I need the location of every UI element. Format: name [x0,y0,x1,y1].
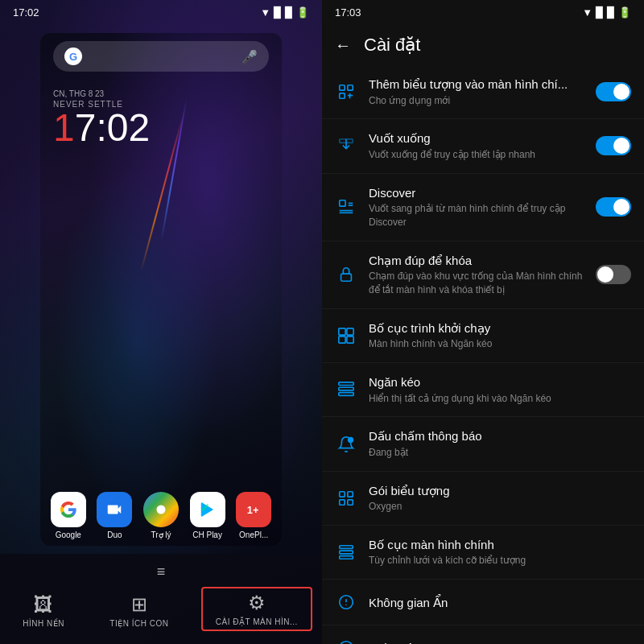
svg-rect-23 [348,492,353,497]
svg-rect-13 [341,274,352,281]
svg-point-0 [156,506,165,514]
preview-date: CN, THG 8 23 NEVER SETTLE 17:02 [40,80,282,157]
right-panel: 17:03 ▼ ▉ ▉ 🔋 ← Cài đặt Thêm biểu tượng … [322,0,644,644]
bo-cuc-man-hinh-text: Bố cục màn hình chính Tùy chỉnh lưới và … [369,537,631,568]
nav-item-cai-dat-man-hinh[interactable]: ⚙ CÀI ĐẶT MÀN HÌN... [201,587,312,631]
ngan-keo-title: Ngăn kéo [369,374,631,390]
discover-subtitle: Vuốt sang phải từ màn hình chính để truy… [369,202,584,229]
nav-item-tien-ich-con[interactable]: ⊞ TIỆN ÍCH CON [97,590,181,631]
dau-cham-title: Dấu chấm thông báo [369,428,631,444]
cai-dat-label: CÀI ĐẶT MÀN HÌN... [216,617,298,626]
time-rest: 7:02 [75,106,150,149]
svg-rect-3 [348,85,353,90]
them-bieu-tuong-title: Thêm biểu tượng vào màn hình chí... [369,76,584,93]
hinh-nen-label: HÌNH NỀN [23,619,64,628]
bo-cuc-trinh-title: Bố cục trình khởi chạy [369,320,631,336]
assistant-icon [143,492,179,527]
settings-item-discover[interactable]: Discover Vuốt sang phải từ màn hình chín… [322,174,644,242]
grid-layout-icon [335,541,357,564]
bo-cuc-man-hinh-title: Bố cục màn hình chính [369,537,631,553]
vuot-xuong-toggle[interactable] [596,136,631,155]
drawer-icon [335,378,357,401]
settings-item-dau-cham[interactable]: Dấu chấm thông báo Đang bật [322,417,644,471]
svg-rect-20 [339,393,353,396]
preview-spacer [40,157,282,485]
settings-item-goi-bieu-tuong[interactable]: Gói biểu tượng Oxygen [322,472,644,526]
cham-dup-title: Chạm đúp để khóa [369,253,584,269]
right-status-icons: ▼ ▉ ▉ 🔋 [582,6,631,19]
them-bieu-tuong-text: Thêm biểu tượng vào màn hình chí... Cho … [369,76,584,107]
gioi-thieu-title: Giới thiệu [369,641,631,644]
google-icon [51,492,86,527]
settings-gear-icon: ⚙ [248,592,266,614]
vuot-xuong-title: Vuốt xuống [369,130,584,147]
settings-item-bo-cuc-trinh[interactable]: Bố cục trình khởi chạy Màn hình chính và… [322,309,644,363]
svg-rect-17 [347,336,353,343]
khong-gian-an-text: Không gian Ẩn [369,595,631,611]
settings-item-ngan-keo[interactable]: Ngăn kéo Hiển thị tất cả ứng dụng khi và… [322,363,644,417]
settings-page-title: Cài đặt [364,35,420,56]
svg-rect-19 [339,387,353,390]
app-oneplus: 1+ OnePl... [236,492,271,539]
svg-rect-14 [339,328,345,335]
bo-cuc-trinh-subtitle: Màn hình chính và Ngăn kéo [369,337,631,351]
nav-items: 🖼 HÌNH NỀN ⊞ TIỆN ÍCH CON ⚙ CÀI ĐẶT MÀN … [0,587,322,631]
settings-item-cham-dup[interactable]: Chạm đúp để khóa Chạm đúp vào khu vực tr… [322,242,644,309]
google-logo: G [64,47,82,65]
svg-rect-16 [339,336,345,343]
vuot-xuong-text: Vuốt xuống Vuốt xuống để truy cập thiết … [369,130,584,161]
cham-dup-toggle[interactable] [596,265,631,284]
svg-rect-24 [340,500,345,505]
settings-item-them-bieu-tuong[interactable]: Thêm biểu tượng vào màn hình chí... Cho … [322,65,644,119]
svg-rect-26 [340,546,353,549]
cham-dup-subtitle: Chạm đúp vào khu vực trống của Màn hình … [369,270,584,297]
launcher-layout-icon [335,324,357,347]
day-label: CN, THG 8 23 [53,89,269,98]
google-label: Google [56,530,81,539]
hidden-space-icon [335,591,357,613]
goi-bieu-tuong-subtitle: Oxygen [369,500,631,514]
settings-item-gioi-thieu[interactable]: Giới thiệu [322,625,644,644]
svg-point-21 [348,436,353,442]
assistant-label: Trợ lý [151,530,171,539]
settings-item-khong-gian-an[interactable]: Không gian Ẩn [322,580,644,625]
app-google: Google [51,492,86,539]
preview-search-bar: G 🎤 [53,41,269,72]
ngan-keo-subtitle: Hiển thị tất cả ứng dụng khi vào Ngăn ké… [369,392,631,406]
back-button[interactable]: ← [335,36,351,55]
duo-label: Duo [107,530,122,539]
left-status-icons: ▼ ▉ ▉ 🔋 [260,6,309,19]
signal-icon: ▉ [274,6,282,19]
svg-text:1+: 1+ [247,504,259,516]
mic-icon: 🎤 [242,49,258,64]
cham-dup-text: Chạm đúp để khóa Chạm đúp vào khu vực tr… [369,253,584,297]
left-bottom-nav: ≡ 🖼 HÌNH NỀN ⊞ TIỆN ÍCH CON ⚙ CÀI ĐẶT MÀ… [0,554,322,644]
duo-icon [97,492,132,527]
right-wifi-icon: ▼ [582,6,592,19]
svg-rect-18 [339,382,353,386]
widget-icon: ⊞ [131,593,147,616]
settings-item-bo-cuc-man-hinh[interactable]: Bố cục màn hình chính Tùy chỉnh lưới và … [322,526,644,580]
oneplus-icon: 1+ [236,492,271,527]
khong-gian-an-title: Không gian Ẩn [369,595,631,611]
phone-preview: G 🎤 CN, THG 8 23 NEVER SETTLE 17:02 Goog… [40,33,282,546]
discover-text: Discover Vuốt sang phải từ màn hình chín… [369,185,584,229]
nav-item-hinh-nen[interactable]: 🖼 HÌNH NỀN [10,590,77,631]
hamburger-icon: ≡ [157,564,166,580]
left-status-bar: 17:02 ▼ ▉ ▉ 🔋 [0,0,322,25]
discover-toggle[interactable] [596,197,631,217]
swipe-down-icon [335,134,357,157]
discover-title: Discover [369,185,584,201]
svg-rect-2 [340,85,345,90]
right-signal-icon: ▉ [596,6,604,19]
dau-cham-subtitle: Đang bật [369,446,631,460]
goi-bieu-tuong-text: Gói biểu tượng Oxygen [369,483,631,514]
left-panel: 17:02 ▼ ▉ ▉ 🔋 G 🎤 CN, THG 8 23 NEVER SET… [0,0,322,644]
left-time: 17:02 [13,6,39,19]
lock-icon [335,263,357,286]
goi-bieu-tuong-title: Gói biểu tượng [369,483,631,499]
them-bieu-tuong-toggle[interactable] [596,82,631,101]
about-icon [335,637,357,644]
bo-cuc-trinh-text: Bố cục trình khởi chạy Màn hình chính và… [369,320,631,351]
settings-item-vuot-xuong[interactable]: Vuốt xuống Vuốt xuống để truy cập thiết … [322,119,644,173]
